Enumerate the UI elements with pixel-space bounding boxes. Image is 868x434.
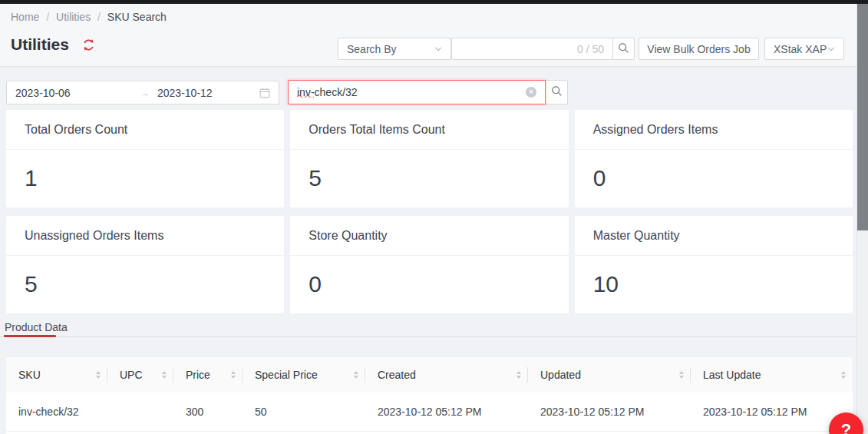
column-label: Special Price	[255, 369, 318, 381]
column-header-last-update[interactable]: Last Update	[691, 357, 853, 393]
stat-card-value: 10	[575, 256, 853, 313]
column-header-sku[interactable]: SKU	[6, 357, 107, 393]
page-header: Home / Utilities / SKU Search Utilities …	[0, 4, 856, 67]
view-bulk-orders-job-label: View Bulk Orders Job	[647, 43, 750, 55]
search-by-value: Search By	[347, 43, 397, 55]
character-counter: 0 / 50	[577, 43, 604, 55]
stat-card-value: 0	[575, 150, 853, 207]
refresh-icon[interactable]	[82, 38, 95, 51]
stat-card-assigned-orders-items: Assigned Orders Items 0	[575, 110, 853, 207]
cell-upc	[107, 393, 173, 431]
chevron-down-icon	[434, 45, 442, 53]
date-range-picker[interactable]: 2023-10-06 → 2023-10-12	[6, 81, 279, 104]
column-label: Created	[378, 369, 416, 381]
tab-bar: Product Data	[0, 321, 856, 338]
page-title: Utilities	[11, 35, 69, 54]
cell-sku: inv-check/32	[6, 393, 107, 431]
sort-icon[interactable]	[231, 371, 236, 379]
view-bulk-orders-job-button[interactable]: View Bulk Orders Job	[639, 38, 759, 60]
cell-last-update: 2023-10-12 05:12 PM	[691, 393, 853, 431]
sku-search-button[interactable]	[545, 80, 568, 104]
cell-special-price: 50	[243, 393, 365, 431]
column-label: Updated	[540, 369, 581, 381]
sort-icon[interactable]	[354, 371, 358, 379]
breadcrumb-sku-search: SKU Search	[107, 11, 167, 23]
vertical-scrollbar[interactable]	[856, 0, 868, 434]
column-header-special-price[interactable]: Special Price	[243, 357, 365, 393]
column-header-upc[interactable]: UPC	[107, 357, 173, 393]
help-button-label: ?	[841, 420, 851, 434]
stat-card-unassigned-orders-items: Unassigned Orders Items 5	[6, 216, 284, 313]
date-range-start[interactable]: 2023-10-06	[15, 87, 140, 99]
column-header-created[interactable]: Created	[365, 357, 528, 393]
stat-card-title: Total Orders Count	[6, 110, 284, 150]
column-label: UPC	[120, 369, 143, 381]
column-label: Last Update	[703, 369, 761, 381]
sort-icon[interactable]	[841, 371, 846, 379]
breadcrumb-utilities[interactable]: Utilities	[56, 11, 91, 23]
scrollbar-thumb[interactable]	[857, 4, 868, 230]
search-icon	[551, 85, 563, 99]
sort-icon[interactable]	[96, 371, 101, 379]
clear-input-icon[interactable]: ×	[526, 87, 536, 98]
cell-price: 300	[173, 393, 243, 431]
stat-card-title: Unassigned Orders Items	[6, 216, 284, 256]
sort-icon[interactable]	[517, 371, 521, 379]
column-header-price[interactable]: Price	[173, 357, 243, 393]
stat-card-value: 5	[290, 150, 568, 207]
stat-card-total-orders-count: Total Orders Count 1	[6, 110, 284, 207]
keyword-search-button[interactable]	[612, 38, 635, 60]
chevron-down-icon	[827, 45, 835, 53]
stat-card-value: 1	[6, 150, 284, 207]
stat-card-store-quantity: Store Quantity 0	[290, 216, 568, 313]
stat-card-title: Master Quantity	[575, 216, 853, 256]
search-by-select[interactable]: Search By	[338, 38, 451, 60]
tab-divider	[0, 336, 856, 337]
calendar-icon	[259, 88, 270, 98]
tab-product-data[interactable]: Product Data	[5, 321, 68, 333]
sku-search-input[interactable]: inv-check/32 ×	[288, 80, 546, 104]
column-label: Price	[186, 369, 210, 381]
search-icon	[618, 42, 629, 56]
keyword-input[interactable]: 0 / 50	[451, 38, 613, 60]
sort-icon[interactable]	[679, 371, 684, 379]
title-row: Utilities	[11, 35, 95, 54]
cell-created: 2023-10-12 05:12 PM	[365, 393, 528, 431]
column-label: SKU	[18, 369, 41, 381]
tenant-select-value: XStak XAP	[774, 43, 827, 55]
breadcrumb: Home / Utilities / SKU Search	[11, 11, 167, 23]
stat-card-title: Assigned Orders Items	[575, 110, 853, 150]
stat-card-value: 5	[6, 256, 284, 313]
cell-updated: 2023-10-12 05:12 PM	[528, 393, 691, 431]
stat-card-title: Store Quantity	[290, 216, 568, 256]
stat-card-value: 0	[290, 256, 568, 313]
breadcrumb-separator: /	[97, 11, 101, 23]
date-range-end[interactable]: 2023-10-12	[157, 87, 259, 99]
stat-card-master-quantity: Master Quantity 10	[575, 216, 853, 313]
stat-card-title: Orders Total Items Count	[290, 110, 568, 150]
column-header-updated[interactable]: Updated	[528, 357, 691, 393]
swap-right-icon: →	[140, 88, 157, 98]
tenant-select[interactable]: XStak XAP	[764, 38, 844, 60]
sku-search-page: Home / Utilities / SKU Search Utilities …	[0, 0, 868, 434]
sku-search-group: inv-check/32 ×	[288, 80, 568, 104]
sort-icon[interactable]	[162, 371, 167, 379]
table-header-row: SKU UPC Price Special Price Created Upda…	[6, 357, 853, 393]
breadcrumb-home[interactable]: Home	[11, 11, 39, 23]
window-top-bar	[0, 0, 868, 4]
stat-card-orders-total-items-count: Orders Total Items Count 5	[290, 110, 568, 207]
stats-grid: Total Orders Count 1 Orders Total Items …	[6, 110, 853, 313]
active-tab-indicator	[4, 335, 56, 337]
table-row[interactable]: inv-check/32 300 50 2023-10-12 05:12 PM …	[6, 393, 853, 432]
breadcrumb-separator: /	[46, 11, 49, 23]
spellcheck-underline	[297, 88, 314, 100]
product-data-table: SKU UPC Price Special Price Created Upda…	[6, 357, 853, 434]
